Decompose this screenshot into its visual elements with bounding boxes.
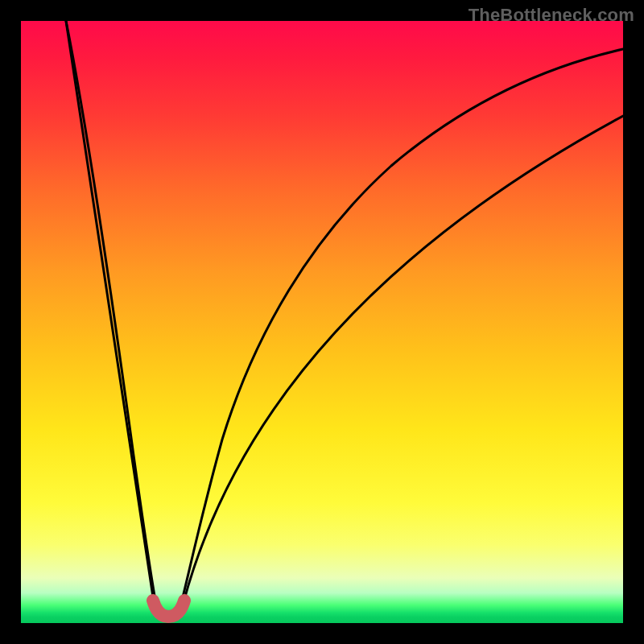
minimum-marker-path: [153, 601, 184, 617]
minimum-marker: [21, 21, 623, 623]
watermark-text: TheBottleneck.com: [469, 5, 634, 26]
plot-area: [21, 21, 623, 623]
chart-frame: TheBottleneck.com: [0, 0, 644, 644]
